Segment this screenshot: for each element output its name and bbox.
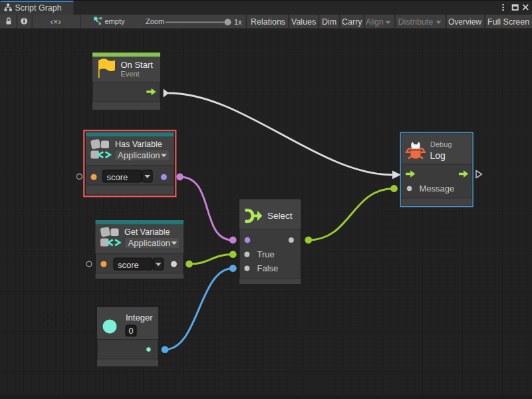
svg-text:‹×›: ‹×› [51,17,61,27]
svg-text:Integer: Integer [126,313,153,323]
svg-text:Overview: Overview [448,17,481,27]
svg-text:Align: Align [366,17,384,27]
svg-text:Get Variable: Get Variable [124,227,170,237]
svg-text:Full Screen: Full Screen [487,17,529,27]
svg-text:On Start: On Start [121,60,154,70]
svg-text:Event: Event [121,70,140,78]
svg-text:Message: Message [420,184,455,194]
svg-text:True: True [257,249,275,259]
svg-text:Dim: Dim [322,17,336,27]
svg-text:Application: Application [128,238,171,248]
svg-text:Debug: Debug [430,140,452,148]
svg-text:Log: Log [430,150,446,161]
svg-text:Distribute: Distribute [398,17,434,27]
svg-text:Has Variable: Has Variable [115,140,162,149]
svg-text:Application: Application [118,150,160,160]
svg-text:Script Graph: Script Graph [15,3,62,13]
svg-text:Values: Values [291,17,316,27]
svg-text:Select: Select [267,211,293,221]
svg-text:empty: empty [105,17,125,25]
svg-text:1x: 1x [234,18,242,26]
svg-text:score: score [107,172,128,182]
svg-text:Zoom: Zoom [146,17,164,25]
svg-text:score: score [118,260,139,270]
svg-text:Carry: Carry [342,17,362,27]
svg-text:0: 0 [129,327,134,336]
svg-text:Relations: Relations [251,17,285,27]
svg-text:False: False [257,263,279,273]
